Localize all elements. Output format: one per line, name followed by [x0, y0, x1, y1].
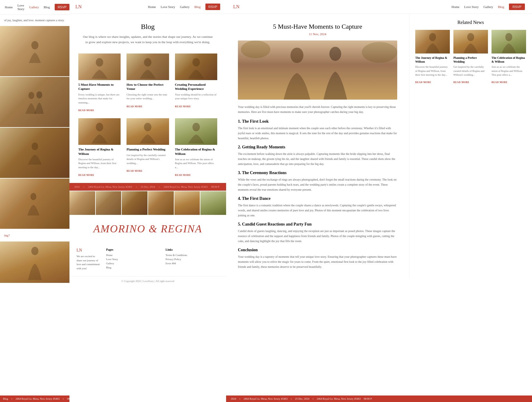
nav-lovestory-left[interactable]: Love Story — [17, 4, 25, 11]
blog-card-img-2 — [175, 54, 217, 80]
blog-card-readmore-0[interactable]: READ MORE — [78, 109, 94, 112]
blog-card-img-1 — [126, 54, 169, 80]
nav-lovestory-middle[interactable]: Love Story — [160, 5, 175, 9]
footer-pages: Pages Home Love Story Gallery Blog — [106, 248, 160, 270]
question-label: ing? — [0, 229, 69, 241]
section-heading-0: 1. The First Look — [238, 119, 397, 124]
nav-lovestory-right[interactable]: Love Story — [464, 5, 479, 9]
strip-img-5 — [174, 191, 200, 215]
nav-gallery-right[interactable]: Gallery — [484, 5, 493, 9]
blog-card-readmore-1[interactable]: READ MORE — [126, 105, 142, 108]
gallery-img-2 — [0, 77, 69, 127]
section-body-3: The first dance is a romantic tradition … — [238, 203, 397, 218]
footer-copyright: © Copyright 2024 | LoveStory | All right… — [69, 276, 226, 286]
rsvp-button-middle[interactable]: RSVP — [205, 4, 220, 10]
footer-page-gallery[interactable]: Gallery — [106, 262, 160, 265]
blog-card-title-1: How to Choose the Perfect Venue — [126, 82, 169, 91]
left-text: of joy, laughter, and love. moment captu… — [0, 14, 69, 26]
blog-card-title-3: The Journey of Regina & Willson — [78, 147, 121, 156]
article-section-1: 2. Getting Ready Moments The excitement … — [238, 145, 397, 166]
footer-page-blog[interactable]: Blog — [106, 266, 160, 269]
svg-point-12 — [192, 123, 200, 132]
nav-home-left[interactable]: Home — [5, 5, 13, 9]
blog-card-readmore-4[interactable]: READ MORE — [126, 170, 142, 172]
footer-logo-text: LN — [77, 248, 100, 253]
gallery-img-5 — [0, 241, 69, 283]
article-section-4: 5. Candid Guest Reactions and Party Fun … — [238, 222, 397, 244]
article-container: 5 Must-Have Moments to Capture 11 Nov, 2… — [226, 14, 532, 278]
related-readmore-1[interactable]: READ MORE — [453, 81, 469, 84]
footer-link-terms[interactable]: Terms & Conditions — [166, 254, 219, 257]
blog-card-img-3 — [78, 118, 121, 145]
article-conclusion: Conclusion Your wedding day is a tapestr… — [238, 248, 397, 269]
strip-img-3 — [122, 191, 147, 215]
footer-link-404[interactable]: Error 404 — [166, 262, 219, 265]
blog-card-4: Planning a Perfect Wedding Get inspired … — [124, 115, 172, 180]
blog-card-title-5: The Celebration of Regina & Willson — [175, 147, 217, 156]
footer-desc: We are excited to share our journey of l… — [77, 255, 100, 270]
nav-home-middle[interactable]: Home — [148, 5, 156, 9]
nav-home-right[interactable]: Home — [452, 5, 460, 9]
section-body-2: While the vows and the exchange of rings… — [238, 177, 397, 192]
related-news-title: Related News — [415, 20, 526, 25]
logo-right: LN — [233, 4, 239, 9]
blog-card-5: The Celebration of Regina & Willson Join… — [172, 115, 220, 180]
blog-card-readmore-5[interactable]: READ MORE — [175, 174, 191, 176]
ticker-right: 2024+ 2464 Royal Ln. Mesa, New Jersey 45… — [226, 395, 532, 402]
section-body-0: The first look is an emotional and intim… — [238, 126, 397, 141]
related-card-img-2 — [492, 30, 526, 54]
svg-point-9 — [192, 58, 200, 67]
footer-link-privacy[interactable]: Privacy Policy — [166, 258, 219, 261]
blog-card-1: How to Choose the Perfect Venue Choosing… — [124, 51, 172, 115]
nav-blog-left[interactable]: Blog — [44, 5, 50, 9]
footer-page-home[interactable]: Home — [106, 254, 160, 257]
middle-nav: LN Home Love Story Gallery Blog RSVP — [69, 0, 226, 14]
blog-card-3: The Journey of Regina & Willson Discover… — [75, 115, 124, 180]
related-card-title-1: Planning a Perfect Wedding — [453, 56, 488, 64]
blog-card-excerpt-0: Every wedding is unique, but there are t… — [78, 93, 121, 105]
article-date: 11 Nov, 2024 — [238, 32, 397, 36]
blog-card-readmore-3[interactable]: READ MORE — [78, 174, 94, 176]
middle-panel: LN Home Love Story Gallery Blog RSVP Blo… — [69, 0, 226, 402]
rsvp-button-left[interactable]: RSVP — [55, 4, 69, 10]
right-panel: LN Home Love Story Gallery Blog RSVP 5 M… — [226, 0, 532, 402]
article-section-2: 3. The Ceremony Reactions While the vows… — [238, 171, 397, 192]
related-card-0: The Journey of Regina & Willson Discover… — [415, 30, 450, 84]
svg-point-11 — [144, 123, 151, 132]
svg-point-15 — [329, 47, 341, 61]
related-grid: The Journey of Regina & Willson Discover… — [415, 30, 526, 84]
related-readmore-0[interactable]: READ MORE — [415, 81, 431, 84]
svg-point-5 — [31, 247, 38, 255]
blog-card-img-0 — [78, 54, 121, 80]
left-panel: Home Love Story Gallery Blog RSVP of joy… — [0, 0, 69, 402]
related-card-excerpt-0: Discover the beautiful journey of Regina… — [415, 65, 450, 77]
blog-card-excerpt-5: Join us as we celebrate the union of Reg… — [175, 158, 217, 170]
related-card-excerpt-2: Join us as we celebrate the union of Reg… — [492, 65, 526, 77]
section-heading-3: 4. The First Dance — [238, 196, 397, 201]
footer-page-lovestory[interactable]: Love Story — [106, 258, 160, 261]
svg-point-10 — [96, 123, 103, 132]
blog-card-title-4: Planning a Perfect Wedding — [126, 147, 169, 151]
related-readmore-2[interactable]: READ MORE — [492, 81, 507, 84]
nav-blog-middle[interactable]: Blog — [194, 5, 201, 9]
svg-point-14 — [291, 48, 304, 63]
nav-gallery-middle[interactable]: Gallery — [180, 5, 190, 9]
article-section-0: 1. The First Look The first look is an e… — [238, 119, 397, 141]
footer-links-title: Links — [166, 248, 219, 251]
left-gallery — [0, 26, 69, 229]
gallery-img-3 — [0, 128, 69, 178]
blog-card-excerpt-4: Get inspired by the carefully curated de… — [126, 153, 169, 166]
related-card-title-0: The Journey of Regina & Willson — [415, 56, 450, 64]
blog-card-excerpt-2: Your wedding should be a reflection of y… — [175, 93, 217, 101]
rsvp-button-right[interactable]: RSVP — [509, 4, 525, 10]
nav-gallery-left[interactable]: Gallery — [29, 5, 39, 9]
conclusion-body: Your wedding day is a tapestry of moment… — [238, 254, 397, 269]
svg-point-1 — [28, 92, 34, 99]
section-heading-4: 5. Candid Guest Reactions and Party Fun — [238, 222, 397, 227]
blog-card-2: Creating Personalized Wedding Experience… — [172, 51, 220, 115]
nav-blog-right[interactable]: Blog — [498, 5, 504, 9]
blog-card-readmore-2[interactable]: READ MORE — [175, 105, 191, 108]
blog-title: Blog — [81, 23, 214, 31]
strip-img-6 — [200, 191, 226, 215]
blog-card-excerpt-1: Choosing the right venue sets the tone f… — [126, 93, 169, 101]
